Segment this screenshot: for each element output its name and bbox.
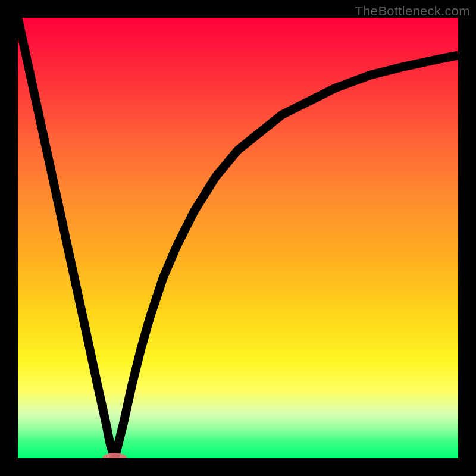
minimum-marker xyxy=(102,453,127,458)
line-right-branch xyxy=(115,55,458,458)
chart-svg xyxy=(18,18,458,458)
plot-area xyxy=(18,18,458,458)
watermark-text: TheBottleneck.com xyxy=(355,4,470,19)
chart-frame: TheBottleneck.com xyxy=(0,0,476,476)
line-left-branch xyxy=(18,18,115,458)
